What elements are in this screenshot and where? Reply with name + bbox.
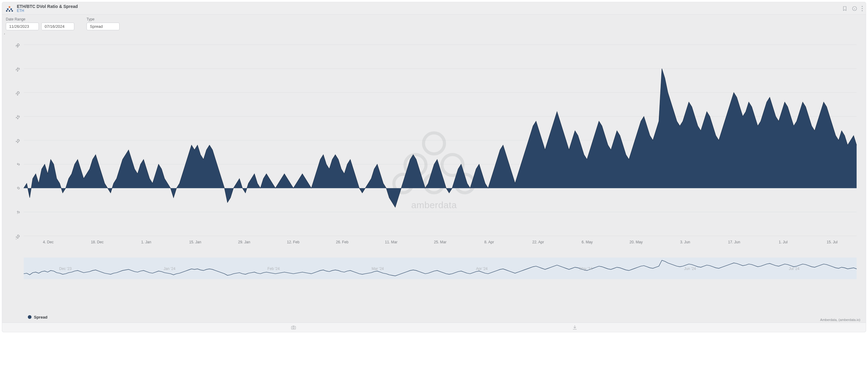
svg-point-5 [11, 10, 13, 11]
expand-chevron-icon[interactable]: › [2, 31, 866, 35]
svg-text:Jul '24: Jul '24 [789, 266, 800, 271]
svg-text:22. Apr: 22. Apr [532, 240, 544, 244]
svg-point-4 [9, 10, 10, 11]
card-subtitle: ETH [17, 9, 78, 13]
svg-text:20. May: 20. May [629, 240, 643, 244]
svg-text:17. Jun: 17. Jun [728, 240, 740, 244]
svg-text:6. May: 6. May [582, 240, 593, 244]
svg-text:25: 25 [15, 66, 21, 72]
chart-card: ETH/BTC DVol Ratio & Spread ETH Date Ran… [2, 2, 866, 332]
svg-point-0 [8, 6, 10, 8]
svg-text:1. Jan: 1. Jan [141, 240, 151, 244]
svg-point-9 [862, 6, 863, 7]
svg-point-21 [424, 133, 444, 154]
svg-text:15. Jan: 15. Jan [189, 240, 202, 244]
type-select[interactable]: Spread [87, 23, 120, 30]
more-vert-icon[interactable] [862, 6, 863, 11]
svg-rect-62 [291, 326, 296, 329]
type-label: Type [87, 17, 120, 22]
svg-point-63 [292, 327, 294, 328]
camera-icon[interactable] [290, 325, 297, 330]
svg-text:Jun '24: Jun '24 [684, 266, 696, 271]
svg-text:Apr '24: Apr '24 [476, 266, 488, 271]
svg-text:29. Jan: 29. Jan [238, 240, 250, 244]
svg-text:20: 20 [15, 90, 21, 96]
svg-text:8. Apr: 8. Apr [484, 240, 494, 244]
credit-text: Amberdata, (amberdata.io) [820, 318, 860, 322]
svg-text:11. Mar: 11. Mar [385, 240, 398, 244]
card-footer [2, 322, 866, 332]
svg-text:10: 10 [15, 138, 21, 144]
svg-text:-5: -5 [15, 210, 21, 215]
svg-point-11 [862, 10, 863, 11]
info-icon[interactable] [852, 6, 857, 11]
svg-text:18. Dec: 18. Dec [91, 240, 104, 244]
bookmark-icon[interactable] [842, 6, 847, 11]
svg-point-1 [7, 8, 9, 10]
svg-text:Mar '24: Mar '24 [371, 266, 384, 271]
svg-text:25. Mar: 25. Mar [434, 240, 446, 244]
svg-text:0: 0 [16, 186, 21, 190]
svg-text:15: 15 [15, 114, 21, 120]
svg-text:-10: -10 [14, 233, 21, 241]
download-icon[interactable] [572, 325, 578, 330]
svg-text:Dec '23: Dec '23 [59, 266, 72, 271]
chart-area[interactable]: amberdata -10-5051015202530 4. Dec18. De… [2, 35, 866, 313]
svg-rect-53 [24, 257, 857, 279]
date-start-input[interactable]: 11/26/2023 [6, 23, 39, 30]
legend-color-icon [28, 315, 31, 319]
svg-text:Feb '24: Feb '24 [268, 266, 280, 271]
svg-text:12. Feb: 12. Feb [287, 240, 299, 244]
svg-text:15. Jul: 15. Jul [827, 240, 838, 244]
svg-text:1. Jul: 1. Jul [779, 240, 787, 244]
svg-text:3. Jun: 3. Jun [680, 240, 690, 244]
legend-label: Spread [34, 315, 48, 319]
card-header: ETH/BTC DVol Ratio & Spread ETH [2, 2, 866, 15]
svg-text:4. Dec: 4. Dec [43, 240, 54, 244]
controls-row: Date Range 11/26/2023 07/16/2024 Type Sp… [2, 15, 866, 31]
svg-point-2 [10, 8, 12, 10]
svg-text:May '24: May '24 [579, 266, 592, 271]
amberdata-logo-icon [5, 5, 14, 12]
svg-text:26. Feb: 26. Feb [336, 240, 348, 244]
svg-text:Jan '24: Jan '24 [163, 266, 176, 271]
legend: Spread [2, 313, 866, 322]
svg-point-10 [862, 8, 863, 9]
watermark-text: amberdata [411, 200, 457, 210]
card-title: ETH/BTC DVol Ratio & Spread [17, 4, 78, 9]
date-end-input[interactable]: 07/16/2024 [41, 23, 74, 30]
svg-point-3 [6, 10, 7, 11]
svg-text:5: 5 [16, 162, 21, 166]
svg-text:30: 30 [15, 42, 21, 49]
date-range-label: Date Range [6, 17, 74, 22]
